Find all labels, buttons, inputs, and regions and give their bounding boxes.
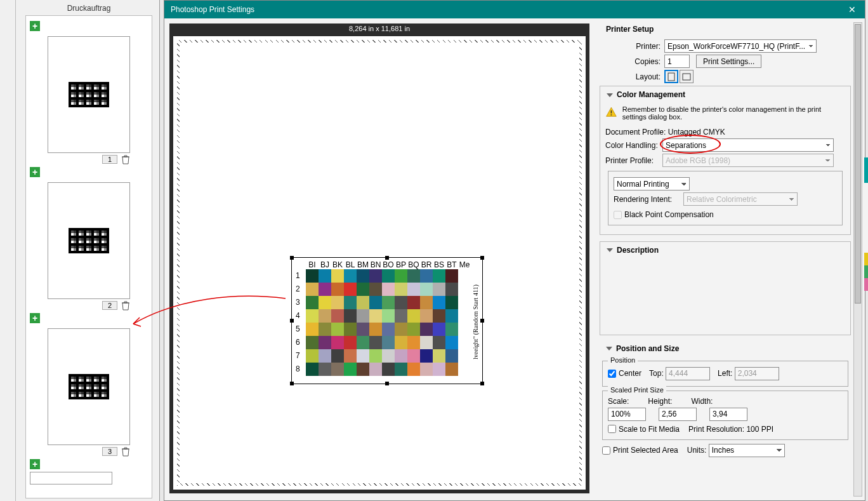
add-page-button[interactable]: + xyxy=(30,459,40,469)
resize-handle[interactable] xyxy=(290,319,294,323)
copies-label: Copies: xyxy=(615,57,664,66)
chevron-down-icon[interactable] xyxy=(607,93,613,97)
resolution-label: Print Resolution: 100 PPI xyxy=(688,425,773,434)
preview-dimensions: 8,264 in x 11,681 in xyxy=(169,25,589,32)
resize-handle[interactable] xyxy=(480,382,484,385)
scaled-legend: Scaled Print Size xyxy=(608,386,666,394)
center-label: Center xyxy=(619,369,641,378)
center-checkbox[interactable] xyxy=(608,370,616,378)
left-label: Left: xyxy=(718,369,732,378)
resize-handle[interactable] xyxy=(480,256,484,260)
page-thumbnail[interactable] xyxy=(30,472,112,484)
resize-handle[interactable] xyxy=(385,382,389,385)
page-number: 1 xyxy=(102,155,117,164)
scale-fit-label: Scale to Fit Media xyxy=(619,425,680,434)
settings-scrollbar[interactable] xyxy=(853,22,862,497)
warning-icon xyxy=(605,105,617,119)
pos-size-heading: Position and Size xyxy=(616,344,679,353)
page-thumbnail[interactable] xyxy=(48,36,130,153)
scale-fit-checkbox[interactable] xyxy=(608,425,616,433)
width-input[interactable] xyxy=(709,408,747,421)
add-page-button[interactable]: + xyxy=(30,313,40,323)
scale-label: Scale: xyxy=(608,397,629,406)
height-label: Height: xyxy=(648,397,672,406)
resize-handle[interactable] xyxy=(290,382,294,385)
units-select[interactable]: Inches xyxy=(709,444,785,457)
copies-input[interactable] xyxy=(664,55,690,68)
color-handling-select[interactable]: Separations xyxy=(662,138,834,152)
width-label: Width: xyxy=(691,397,713,406)
color-swatch-grid xyxy=(306,269,458,376)
rendering-intent-label: Rendering Intent: xyxy=(614,195,683,204)
printer-select[interactable]: Epson_WorkForceWF7710_HQ (PrintF... xyxy=(664,39,817,53)
layout-landscape-icon[interactable] xyxy=(680,70,694,83)
bpc-checkbox xyxy=(614,211,622,219)
color-mgmt-heading: Color Management xyxy=(617,90,685,99)
selection-box[interactable]: BIBJBKBLBMBNBOBPBQBRBSBTMe lveeight" (Ra… xyxy=(291,257,483,384)
color-edge-strip xyxy=(864,157,868,291)
description-heading: Description xyxy=(617,246,659,255)
units-label: Units: xyxy=(687,446,707,455)
svg-rect-3 xyxy=(611,114,612,116)
top-input xyxy=(666,367,710,380)
svg-rect-2 xyxy=(611,110,612,114)
trash-icon[interactable] xyxy=(121,154,130,164)
layout-label: Layout: xyxy=(615,72,664,81)
color-handling-label: Color Handling: xyxy=(605,141,662,150)
print-preview: 8,264 in x 11,681 in BIBJBKBLBMBNBOBPBQB… xyxy=(169,23,589,493)
dialog-title: Photoshop Print Settings xyxy=(171,5,846,14)
doc-profile-value: Untagged CMYK xyxy=(668,128,725,137)
chevron-down-icon[interactable] xyxy=(607,248,613,252)
printer-profile-select: Adobe RGB (1998) xyxy=(662,154,834,167)
grid-side-label: lveeight" (Random Start 411) xyxy=(472,264,481,380)
dialog-titlebar: Photoshop Print Settings ✕ xyxy=(164,1,865,18)
add-page-button[interactable]: + xyxy=(30,167,40,177)
page-number: 3 xyxy=(102,447,117,456)
doc-profile-label: Document Profile: xyxy=(605,128,666,137)
left-input xyxy=(735,367,779,380)
page-number: 2 xyxy=(102,301,117,310)
resize-handle[interactable] xyxy=(385,256,389,260)
rendering-intent-select: Relative Colorimetric xyxy=(683,192,798,206)
page-thumbnail[interactable] xyxy=(48,182,130,299)
printer-profile-label: Printer Profile: xyxy=(605,156,662,165)
queue-list: +1+2+3+ xyxy=(25,15,152,498)
position-legend: Position xyxy=(608,356,638,364)
svg-rect-0 xyxy=(668,73,674,81)
close-icon[interactable]: ✕ xyxy=(846,3,858,16)
resize-handle[interactable] xyxy=(290,256,294,260)
svg-rect-1 xyxy=(683,74,690,80)
top-label: Top: xyxy=(649,369,664,378)
print-selected-checkbox[interactable] xyxy=(602,446,610,455)
scale-input[interactable] xyxy=(608,408,646,421)
print-mode-select[interactable]: Normal Printing xyxy=(614,177,690,190)
layout-portrait-icon[interactable] xyxy=(664,70,678,83)
bpc-label: Black Point Compensation xyxy=(624,210,714,219)
grid-col-headers: BIBJBKBLBMBNBOBPBQBRBSBTMe xyxy=(306,260,471,269)
print-selected-label: Print Selected Area xyxy=(613,446,678,455)
grid-row-labels: 12345678 xyxy=(296,269,300,376)
add-page-button[interactable]: + xyxy=(30,21,40,31)
printer-setup-heading: Printer Setup xyxy=(600,22,851,37)
page-thumbnail[interactable] xyxy=(48,328,130,445)
queue-title: Druckauftrag xyxy=(25,0,152,15)
printer-label: Printer: xyxy=(615,42,664,51)
color-mgmt-note: Remember to disable the printer's color … xyxy=(622,105,845,121)
trash-icon[interactable] xyxy=(121,446,130,457)
print-settings-button[interactable]: Print Settings... xyxy=(696,55,761,68)
trash-icon[interactable] xyxy=(121,300,130,311)
height-input[interactable] xyxy=(659,408,697,421)
chevron-down-icon[interactable] xyxy=(606,347,612,351)
